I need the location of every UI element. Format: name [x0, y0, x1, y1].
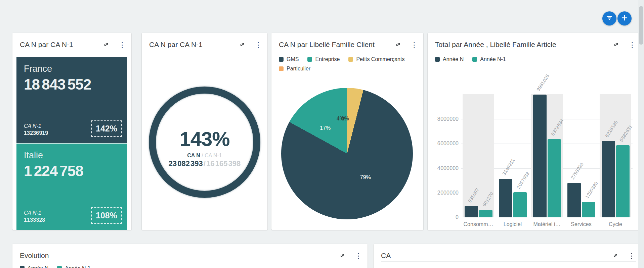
- gauge-values: 23 082 393 / 16 165 398: [142, 159, 267, 168]
- legend-item[interactable]: Année N-1: [57, 265, 91, 268]
- y-axis-tick-label: 2 000 000: [428, 190, 459, 196]
- legend-label: Particulier: [287, 66, 310, 72]
- y-axis-tick-label: 6 000 000: [428, 141, 459, 147]
- bar-value-label: 2 057 983: [515, 171, 530, 190]
- legend-label: Année N: [28, 265, 48, 268]
- legend-color-chip: [279, 57, 284, 62]
- bar-année-n: [567, 183, 581, 217]
- ca-card-content: [381, 261, 636, 268]
- expand-icon[interactable]: [394, 40, 402, 49]
- bar-value-label: 9 981 026: [535, 73, 550, 92]
- kebab-menu-icon[interactable]: ⋮: [118, 40, 127, 49]
- y-axis-tick-label: 4 000 000: [428, 165, 459, 171]
- y-axis-tick-label: 0: [428, 214, 459, 220]
- expand-icon[interactable]: [238, 40, 247, 49]
- kpi-ratio-badge: 142%: [91, 120, 122, 137]
- legend-item[interactable]: GMS: [279, 56, 299, 62]
- scrollbar-thumb[interactable]: [639, 6, 643, 45]
- gauge-percent: 143%: [142, 127, 267, 151]
- pie-slice-label: 0%: [341, 116, 349, 122]
- legend-item[interactable]: Particulier: [279, 66, 310, 72]
- legend-color-chip: [20, 266, 25, 268]
- bar-année-n-1: [616, 145, 630, 217]
- kpi-tile-label: France: [24, 64, 120, 74]
- x-axis-category-label: Matériel i…: [533, 221, 561, 227]
- gauge-card-title: CA N par CA N-1: [149, 41, 238, 49]
- filter-fab-button[interactable]: [602, 11, 616, 25]
- kebab-menu-icon[interactable]: ⋮: [254, 40, 263, 49]
- kpi-tile-italie: Italie 1 224 758 CA N-1 1 133 328 108%: [16, 144, 127, 230]
- ca-card-title: CA: [381, 252, 611, 260]
- bar-année-n: [499, 179, 512, 217]
- bar-année-n-1: [479, 210, 492, 217]
- evolution-card-title: Evolution: [20, 252, 338, 260]
- bar-value-label: 2 798 923: [569, 162, 585, 180]
- kpi-card-title: CA N par CA N-1: [20, 41, 102, 49]
- kpi-card: CA N par CA N-1 ⋮ France 18 843 552 CA N…: [12, 33, 131, 230]
- expand-icon[interactable]: [102, 40, 111, 49]
- kpi-sub-value: 13 236 919: [24, 129, 48, 137]
- x-axis-category-label: Cycle: [609, 221, 622, 227]
- bar-année-n: [465, 206, 478, 217]
- pie-card: CA N par Libellé Famille Client ⋮ GMSEnt…: [271, 33, 423, 230]
- pie-card-title: CA N par Libellé Famille Client: [279, 41, 394, 49]
- legend-color-chip: [279, 66, 284, 71]
- kpi-tile-value: 1 224 758: [24, 163, 120, 179]
- legend-item[interactable]: Année N: [20, 265, 48, 268]
- kebab-menu-icon[interactable]: ⋮: [354, 251, 363, 260]
- kpi-sub-value: 1 133 328: [24, 216, 45, 224]
- bar-value-label: 1 250 830: [584, 181, 599, 200]
- plus-icon: [621, 14, 628, 22]
- kpi-sub-label: CA N-1: [24, 209, 45, 217]
- kpi-tile-label: Italie: [24, 150, 120, 161]
- ca-card: CA ⋮: [374, 244, 641, 268]
- kebab-menu-icon[interactable]: ⋮: [627, 251, 636, 260]
- filter-icon: [606, 14, 613, 22]
- pie-slice-label: 79%: [360, 174, 371, 180]
- bar-année-n: [533, 95, 547, 217]
- evolution-legend: Année NAnnée N-1: [20, 265, 360, 268]
- bar-année-n: [602, 141, 615, 217]
- kebab-menu-icon[interactable]: ⋮: [410, 40, 419, 49]
- x-axis-category-label: Consomm…: [464, 221, 493, 227]
- bar-année-n-1: [513, 192, 527, 217]
- bar-chart: 02 000 0004 000 0006 000 0008 000 000935…: [428, 33, 641, 230]
- pie-legend: GMSEntreprisePetits CommerçantsParticuli…: [279, 56, 416, 72]
- gauge-card: CA N par CA N-1 ⋮ 143% CA N / CA N-1 23 …: [142, 33, 267, 230]
- legend-color-chip: [348, 57, 353, 62]
- legend-item[interactable]: Petits Commerçants: [348, 56, 404, 62]
- x-axis-category-label: Services: [571, 221, 591, 227]
- expand-icon[interactable]: [611, 251, 620, 260]
- evolution-card: Evolution ⋮ Année NAnnée N-1: [12, 244, 368, 268]
- page-scrollbar[interactable]: [638, 0, 644, 268]
- bar-année-n-1: [548, 139, 561, 217]
- gauge-labels: CA N / CA N-1: [142, 153, 267, 159]
- legend-label: Année N-1: [65, 265, 91, 268]
- legend-color-chip: [307, 57, 312, 62]
- legend-item[interactable]: Entreprise: [307, 56, 340, 62]
- add-fab-button[interactable]: [617, 11, 632, 25]
- y-axis-tick-label: 8 000 000: [428, 116, 459, 122]
- legend-color-chip: [57, 266, 62, 268]
- kpi-tile-france: France 18 843 552 CA N-1 13 236 919 142%: [16, 57, 127, 143]
- pie-chart: 79%17%4%0%: [281, 88, 413, 219]
- bar-value-label: 3 149 211: [501, 158, 516, 176]
- legend-label: Entreprise: [315, 56, 340, 62]
- pie-slice-label: 17%: [320, 125, 331, 131]
- bar-card: Total par Année , Libellé Famille Articl…: [428, 33, 641, 230]
- bar-année-n-1: [582, 202, 595, 217]
- legend-label: Petits Commerçants: [356, 56, 404, 62]
- x-axis-category-label: Logiciel: [504, 221, 522, 227]
- expand-icon[interactable]: [338, 251, 347, 260]
- kpi-sub-label: CA N-1: [24, 122, 48, 130]
- kpi-tile-value: 18 843 552: [24, 76, 120, 93]
- legend-label: GMS: [287, 56, 299, 62]
- kpi-ratio-badge: 108%: [91, 207, 122, 224]
